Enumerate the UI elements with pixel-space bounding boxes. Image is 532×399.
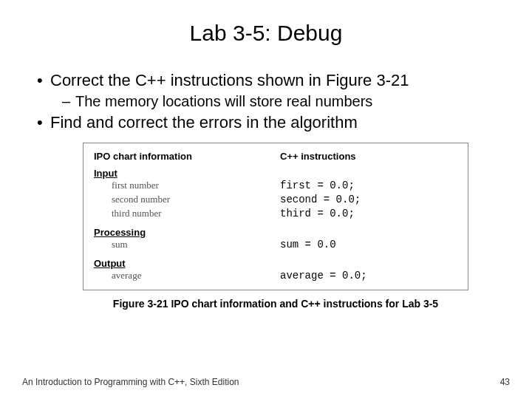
cpp-cell: average = 0.0; (280, 269, 457, 283)
table-row: first number first = 0.0; (94, 179, 457, 193)
footer-page-number: 43 (500, 377, 510, 387)
figure-wrapper: IPO chart information C++ instructions I… (83, 143, 502, 310)
bullet-dot-icon: • (37, 71, 50, 90)
ipo-chart-header: IPO chart information C++ instructions (94, 151, 457, 162)
table-row: third number third = 0.0; (94, 207, 457, 221)
ipo-cell: third number (94, 207, 280, 221)
bullet-dash-icon: – (62, 93, 75, 110)
table-row: sum sum = 0.0 (94, 238, 457, 252)
bullet-level2: –The memory locations will store real nu… (37, 93, 502, 110)
slide: Lab 3-5: Debug •Correct the C++ instruct… (0, 0, 532, 399)
section-output: Output (94, 258, 457, 269)
figure-caption: Figure 3-21 IPO chart information and C+… (83, 298, 468, 310)
section-processing: Processing (94, 227, 457, 238)
ipo-cell: sum (94, 238, 280, 252)
bullet-list: •Correct the C++ instructions shown in F… (30, 71, 502, 132)
table-row: average average = 0.0; (94, 269, 457, 283)
bullet-text: Find and correct the errors in the algor… (50, 113, 358, 132)
header-right: C++ instructions (280, 151, 457, 162)
footer-left: An Introduction to Programming with C++,… (22, 377, 239, 387)
ipo-cell: average (94, 269, 280, 283)
table-row: second number second = 0.0; (94, 193, 457, 207)
ipo-chart-box: IPO chart information C++ instructions I… (83, 143, 468, 290)
bullet-text: The memory locations will store real num… (75, 93, 372, 109)
slide-footer: An Introduction to Programming with C++,… (22, 377, 510, 387)
section-input: Input (94, 168, 457, 179)
cpp-cell: first = 0.0; (280, 179, 457, 193)
bullet-level1: •Correct the C++ instructions shown in F… (37, 71, 502, 90)
bullet-text: Correct the C++ instructions shown in Fi… (50, 71, 409, 89)
cpp-cell: second = 0.0; (280, 193, 457, 207)
cpp-cell: third = 0.0; (280, 207, 457, 221)
bullet-dot-icon: • (37, 113, 50, 132)
header-left: IPO chart information (94, 151, 280, 162)
slide-title: Lab 3-5: Debug (30, 21, 502, 46)
ipo-cell: second number (94, 193, 280, 207)
cpp-cell: sum = 0.0 (280, 238, 457, 252)
bullet-level1: •Find and correct the errors in the algo… (37, 113, 502, 132)
ipo-cell: first number (94, 179, 280, 193)
